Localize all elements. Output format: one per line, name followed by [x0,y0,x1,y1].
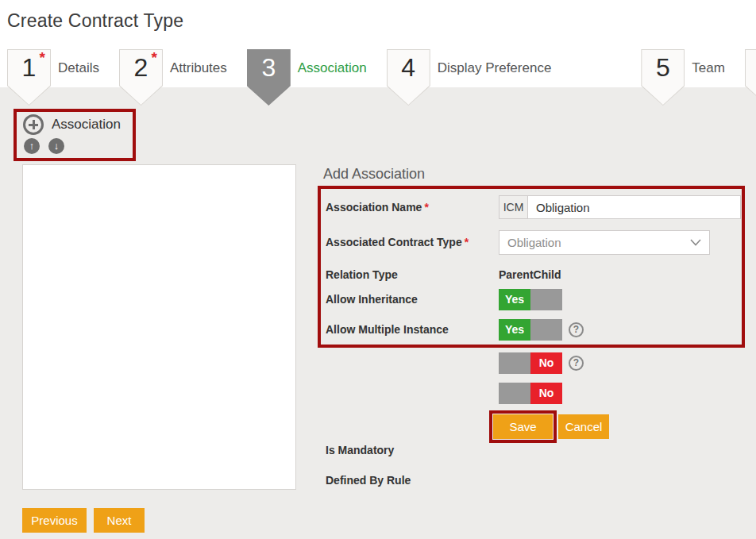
step-1-required-asterisk: * [40,52,45,64]
associated-contract-type-label: Associated Contract Type* [326,230,469,255]
association-toolbar-highlight: Association ↑ ↓ [14,109,136,161]
toggle-off-segment: No [530,383,562,404]
help-icon[interactable]: ? [569,356,584,371]
wizard-steps: 1 * Details 2 * Attributes 3 Association… [0,49,756,87]
move-up-icon[interactable]: ↑ [24,138,40,154]
is-mandatory-label: Is Mandatory [326,440,394,461]
create-contract-type-page: Create Contract Type 1 * Details 2 * Att… [0,0,756,539]
move-down-icon[interactable]: ↓ [48,138,64,154]
add-association-label: Association [52,117,121,133]
step-2-label[interactable]: Attributes [163,49,239,87]
defined-by-rule-toggle[interactable]: No [499,383,562,404]
help-icon[interactable]: ? [569,322,584,337]
toggle-off-segment [530,319,562,341]
is-mandatory-toggle[interactable]: No [499,352,562,374]
association-name-prefix: ICM [499,196,528,218]
associated-contract-type-value: Obligation [507,236,690,249]
allow-multiple-instance-label: Allow Multiple Instance [326,319,449,341]
step-4-number: 4 [387,49,430,86]
associated-contract-type-select[interactable]: Obligation [499,230,710,255]
toggle-on-segment [499,352,530,374]
toggle-on-segment: Yes [499,319,530,341]
toggle-on-segment: Yes [499,289,530,310]
cancel-button[interactable]: Cancel [558,414,609,439]
save-button[interactable]: Save [493,414,553,439]
step-3-label[interactable]: Association [291,49,379,87]
step-3-number: 3 [247,49,291,86]
association-name-input-group: ICM Obligation [499,195,741,219]
step-content-area: Association ↑ ↓ Add Association Associat… [0,87,756,539]
allow-multiple-instance-toggle[interactable]: Yes [499,319,562,341]
required-asterisk: * [465,236,469,248]
step-1-label[interactable]: Details [51,49,111,87]
relation-type-label: Relation Type [326,267,398,283]
save-button-highlight: Save [489,410,557,443]
association-name-input[interactable]: Obligation [528,196,740,218]
previous-button[interactable]: Previous [22,508,87,533]
step-6-number: 6 [745,49,756,86]
allow-inheritance-label: Allow Inheritance [326,289,418,310]
step-2-required-asterisk: * [152,52,157,64]
association-form-highlight: Association Name* ICM Obligation Associa… [318,186,745,348]
page-title: Create Contract Type [0,0,756,32]
step-5-number: 5 [641,49,685,86]
allow-inheritance-toggle[interactable]: Yes [499,289,562,310]
toggle-on-segment [499,383,530,404]
chevron-down-icon [690,239,701,246]
defined-by-rule-label: Defined By Rule [326,470,411,491]
association-list-panel[interactable] [22,164,296,490]
add-circle-icon[interactable] [23,114,44,135]
toggle-off-segment: No [530,352,562,374]
add-association-control[interactable]: Association [23,114,133,135]
form-heading: Add Association [323,166,425,183]
step-5-label[interactable]: Team [685,49,737,87]
association-name-label: Association Name* [326,195,429,219]
required-asterisk: * [424,201,428,214]
toggle-off-segment [530,289,562,310]
relation-type-value: ParentChild [499,267,561,283]
step-4-label[interactable]: Display Preference [430,49,564,87]
next-button[interactable]: Next [94,508,145,533]
